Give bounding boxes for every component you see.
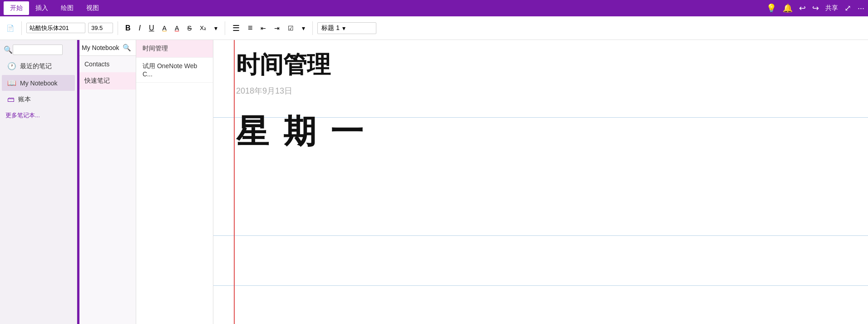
page-title: 时间管理 bbox=[236, 49, 854, 81]
section-item-contacts[interactable]: Contacts bbox=[77, 56, 136, 72]
more-notebooks-link[interactable]: 更多笔记本... bbox=[0, 110, 77, 121]
more-format-button[interactable]: ▾ bbox=[212, 23, 220, 34]
separator-2 bbox=[118, 21, 118, 35]
accounts-icon: 🗃 bbox=[7, 95, 15, 104]
lightbulb-icon[interactable]: 💡 bbox=[766, 3, 776, 13]
search-area: 🔍 bbox=[0, 42, 77, 58]
more-list-button[interactable]: ▾ bbox=[299, 23, 308, 34]
sections-search-icon[interactable]: 🔍 bbox=[123, 44, 131, 52]
separator-4 bbox=[312, 21, 313, 35]
numbered-list-button[interactable]: ≡ bbox=[245, 21, 256, 35]
ribbon-tabs: 开始 插入 绘图 视图 💡 🔔 ↩ ↪ 共享 ⤢ ··· bbox=[0, 0, 868, 16]
expand-icon[interactable]: ⤢ bbox=[844, 3, 851, 13]
undo-icon[interactable]: ↩ bbox=[799, 3, 806, 13]
sections-notebook-name: My Notebook bbox=[82, 44, 119, 51]
share-button[interactable]: 共享 bbox=[825, 4, 838, 12]
pages-panel: 时间管理 试用 OneNote Web C... bbox=[136, 40, 213, 324]
ribbon-right-icons: 💡 🔔 ↩ ↪ 共享 ⤢ ··· bbox=[766, 3, 864, 13]
increase-indent-button[interactable]: ⇥ bbox=[271, 23, 282, 34]
sidebar-item-mynotebook[interactable]: 📖 My Notebook bbox=[2, 75, 75, 91]
new-page-icon: 📄 bbox=[6, 25, 14, 32]
font-color-button[interactable]: A bbox=[172, 23, 182, 34]
bold-button[interactable]: B bbox=[123, 22, 133, 34]
sections-panel: My Notebook 🔍 Contacts 快速笔记 bbox=[77, 40, 136, 324]
sidebar-item-accounts-label: 账本 bbox=[18, 95, 31, 104]
decrease-indent-button[interactable]: ⇤ bbox=[258, 23, 269, 34]
h-line-2 bbox=[213, 235, 868, 236]
highlight-button[interactable]: A bbox=[160, 23, 169, 34]
separator-3 bbox=[225, 21, 225, 35]
tab-view[interactable]: 视图 bbox=[80, 1, 105, 15]
redo-icon[interactable]: ↪ bbox=[812, 3, 819, 13]
style-dropdown[interactable]: 标题 1 ▾ bbox=[317, 22, 376, 34]
content-inner: 时间管理 2018年9月13日 星 期 一 bbox=[213, 40, 868, 163]
page-item-time-management[interactable]: 时间管理 bbox=[136, 40, 213, 58]
style-arrow-icon: ▾ bbox=[342, 25, 345, 32]
toolbar: 📄 B I U A A S X₂ ▾ ☰ ≡ ⇤ ⇥ ☑ ▾ 标题 1 ▾ bbox=[0, 16, 868, 40]
section-item-quicknotes[interactable]: 快速笔记 bbox=[77, 72, 136, 90]
recent-icon: 🕐 bbox=[7, 62, 16, 70]
checkbox-button[interactable]: ☑ bbox=[285, 23, 296, 34]
search-icon[interactable]: 🔍 bbox=[4, 45, 13, 54]
main-layout: 🔍 🕐 最近的笔记 📖 My Notebook 🗃 账本 更多笔记本... My… bbox=[0, 40, 868, 324]
bell-icon[interactable]: 🔔 bbox=[783, 3, 793, 13]
style-label: 标题 1 bbox=[321, 24, 340, 32]
sections-header: My Notebook 🔍 bbox=[77, 40, 136, 56]
font-size-input[interactable] bbox=[88, 23, 113, 33]
content-area[interactable]: 时间管理 2018年9月13日 星 期 一 bbox=[213, 40, 868, 324]
page-item-onenote-web[interactable]: 试用 OneNote Web C... bbox=[136, 58, 213, 83]
sidebar-item-recent[interactable]: 🕐 最近的笔记 bbox=[2, 58, 75, 74]
page-date: 2018年9月13日 bbox=[236, 85, 854, 96]
sidebar-item-mynotebook-label: My Notebook bbox=[20, 80, 57, 87]
tab-insert[interactable]: 插入 bbox=[29, 1, 54, 15]
strikethrough-button[interactable]: S bbox=[184, 22, 194, 34]
notebook-icon: 📖 bbox=[7, 79, 16, 87]
separator-1 bbox=[21, 21, 22, 35]
subscript-button[interactable]: X₂ bbox=[197, 23, 209, 33]
bullet-list-button[interactable]: ☰ bbox=[230, 21, 242, 35]
left-sidebar: 🔍 🕐 最近的笔记 📖 My Notebook 🗃 账本 更多笔记本... bbox=[0, 40, 77, 324]
h-line-3 bbox=[213, 285, 868, 286]
sections-accent-bar bbox=[77, 40, 79, 324]
font-name-input[interactable] bbox=[26, 23, 85, 33]
tab-draw[interactable]: 绘图 bbox=[54, 1, 80, 15]
new-page-button[interactable]: 📄 bbox=[4, 23, 17, 34]
tab-start[interactable]: 开始 bbox=[4, 1, 29, 15]
search-input[interactable] bbox=[13, 45, 63, 55]
underline-button[interactable]: U bbox=[146, 22, 157, 34]
more-icon[interactable]: ··· bbox=[858, 4, 864, 13]
italic-button[interactable]: I bbox=[136, 22, 143, 34]
sidebar-item-recent-label: 最近的笔记 bbox=[20, 62, 52, 70]
sidebar-item-accounts[interactable]: 🗃 账本 bbox=[2, 92, 75, 107]
page-body: 星 期 一 bbox=[236, 110, 854, 154]
